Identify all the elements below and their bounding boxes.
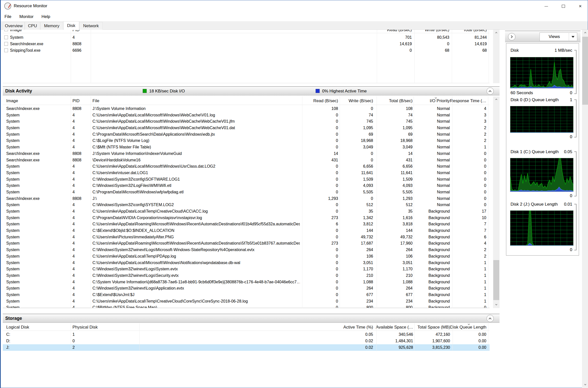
col-pid[interactable]: PID bbox=[72, 98, 79, 103]
row-total: 4,093 bbox=[373, 182, 413, 189]
disk-activity-row[interactable]: System 4 C:\Users\mike\AppData\Local\Mic… bbox=[3, 112, 490, 118]
disk-activity-row[interactable]: System 4 C:\Users\mike\AppData\Roaming\M… bbox=[3, 240, 490, 247]
disk-activity-row[interactable]: SearchIndexer.exe 8808 J:\System Volume … bbox=[3, 105, 490, 112]
col-logical-disk[interactable]: Logical Disk bbox=[6, 325, 29, 330]
collapse-storage-button[interactable] bbox=[487, 315, 494, 322]
disk-activity-row[interactable]: System 4 C:\Windows\System32\winevt\Logs… bbox=[3, 285, 490, 292]
processes-scrollbar[interactable] bbox=[493, 30, 500, 83]
disk-activity-row[interactable]: System 4 C:\ProgramData\Microsoft\Window… bbox=[3, 189, 490, 195]
tab-cpu[interactable]: CPU bbox=[25, 22, 40, 30]
scroll-down-icon[interactable] bbox=[582, 382, 588, 388]
disk-activity-row[interactable]: System 4 C:\Windows\System32\winevt\Logs… bbox=[3, 247, 490, 253]
tab-overview[interactable]: Overview bbox=[3, 22, 25, 30]
views-button[interactable]: Views bbox=[540, 32, 569, 41]
expand-panel-button[interactable] bbox=[508, 33, 516, 40]
select-all-checkbox[interactable] bbox=[4, 30, 8, 31]
disk-activity-row[interactable]: System 4 C:\Users\mike\AppData\Local\Tem… bbox=[3, 253, 490, 260]
graph-disk1-title: Disk 1 (C:) Queue Length bbox=[511, 149, 559, 154]
col-response-time[interactable]: Response Time (… bbox=[450, 98, 486, 103]
disk-activity-row[interactable]: System 4 C:\$Extend\$UsnJrnl:$J 0 677 67… bbox=[3, 292, 490, 298]
window-scrollbar[interactable] bbox=[582, 30, 588, 388]
close-button[interactable]: ✕ bbox=[572, 0, 588, 12]
col-write[interactable]: Write (B/sec) bbox=[338, 98, 373, 103]
process-row[interactable]: SnippingTool.exe 6696 0 68 68 bbox=[3, 47, 490, 54]
row-write: 4,093 bbox=[338, 182, 373, 189]
tab-network[interactable]: Network bbox=[79, 22, 103, 30]
scroll-down-icon[interactable] bbox=[493, 302, 500, 308]
disk-activity-row[interactable]: System 4 C:\Windows\System32\LogFiles\WM… bbox=[3, 182, 490, 189]
col-priority[interactable]: I/O Priority bbox=[413, 98, 450, 103]
disk-activity-row[interactable]: System 4 C:\Windows\System32\config\SOFT… bbox=[3, 176, 490, 183]
col-active-time[interactable]: Active Time (%) bbox=[333, 325, 373, 330]
disk-activity-row[interactable]: System 4 C:\System Volume Information\{d… bbox=[3, 279, 490, 285]
row-read: 273 bbox=[300, 215, 338, 221]
process-checkbox[interactable] bbox=[4, 42, 8, 46]
menu-monitor[interactable]: Monitor bbox=[19, 14, 33, 19]
collapse-disk-activity-button[interactable] bbox=[487, 87, 494, 95]
menu-file[interactable]: File bbox=[4, 14, 11, 19]
disk-activity-row[interactable]: System 4 C:\Windows\System32\config\SYST… bbox=[3, 202, 490, 208]
disk-activity-row[interactable]: System 4 C:\Users\mike\AppData\Roaming\M… bbox=[3, 221, 490, 227]
disk-activity-row[interactable]: System 4 C:\Users\mike\AppData\Local\Tem… bbox=[3, 208, 490, 215]
col-image[interactable]: Image bbox=[6, 98, 18, 103]
disk-activity-row[interactable]: System 4 C:\$LogFile (NTFS Volume Log) 0… bbox=[3, 137, 490, 144]
disk-activity-row[interactable]: System 4 C:\Windows\System32\winevt\Logs… bbox=[3, 272, 490, 279]
scroll-up-icon[interactable] bbox=[582, 30, 588, 36]
col-total[interactable]: Total (B/sec) bbox=[373, 98, 413, 103]
scroll-up-icon[interactable] bbox=[493, 30, 500, 36]
scroll-up-icon[interactable] bbox=[493, 96, 500, 103]
disk-activity-row[interactable]: System 4 C:\Windows\System32\winevt\Logs… bbox=[3, 266, 490, 272]
disk-activity-row[interactable]: SearchIndexer.exe 8808 J:\ 1,293 0 1,293… bbox=[3, 195, 490, 202]
row-image: SearchIndexer.exe bbox=[6, 157, 69, 163]
row-total: 264 bbox=[373, 247, 413, 253]
process-row[interactable]: SearchIndexer.exe 8808 14,619 0 14,619 bbox=[3, 41, 490, 47]
row-file: C:\Users\mike\AppData\Local\Microsoft\Wi… bbox=[92, 163, 300, 170]
col-physical-disk[interactable]: Physical Disk bbox=[72, 325, 98, 330]
disk-activity-scrollbar[interactable] bbox=[493, 96, 500, 308]
maximize-button[interactable] bbox=[555, 0, 572, 12]
disk-activity-row[interactable]: System 4 C:\Users\mike\AppData\Local\Mic… bbox=[3, 260, 490, 266]
row-file: C:\Users\mike\AppData\Local\Microsoft\Wi… bbox=[92, 112, 300, 118]
disk-activity-row[interactable]: System 4 C:\Users\mike\AppData\Local\Tem… bbox=[3, 298, 490, 305]
storage-row[interactable]: D: 0 0.02 1,484,301 1,907,600 0.00 bbox=[3, 338, 490, 344]
row-read: 0 bbox=[300, 260, 338, 266]
row-priority: Normal bbox=[413, 118, 450, 125]
storage-row[interactable]: J: 2 0.02 925,628 3,815,230 0.00 bbox=[3, 344, 490, 351]
row-image: System bbox=[6, 260, 69, 266]
minimize-button[interactable] bbox=[538, 0, 555, 12]
disk-activity-row[interactable]: System 4 C:\Users\mike\AppData\Local\Mic… bbox=[3, 163, 490, 170]
disk-activity-row[interactable]: System 4 C:\ProgramData\Microsoft\Search… bbox=[3, 131, 490, 138]
menu-help[interactable]: Help bbox=[41, 14, 50, 19]
disk-activity-row[interactable]: SearchIndexer.exe 8808 \Device\HarddiskV… bbox=[3, 157, 490, 163]
tab-memory[interactable]: Memory bbox=[40, 22, 63, 30]
process-checkbox[interactable] bbox=[4, 48, 8, 52]
row-total: 106 bbox=[373, 253, 413, 260]
row-read: 0 bbox=[300, 292, 338, 298]
process-checkbox[interactable] bbox=[4, 35, 8, 39]
col-file[interactable]: File bbox=[92, 98, 99, 103]
disk-activity-row[interactable]: System 4 C:\$BitMap (NTFS Free Space Map… bbox=[3, 304, 490, 308]
col-read[interactable]: Read (B/sec) bbox=[353, 30, 412, 33]
disk-activity-row[interactable]: System 4 C:\$Mft (NTFS Master File Table… bbox=[3, 144, 490, 150]
col-total-space[interactable]: Total Space (MB) bbox=[413, 325, 450, 330]
storage-row[interactable]: C: 1 0.05 340,546 472,160 0.00 bbox=[3, 331, 490, 338]
scrollbar-thumb[interactable] bbox=[493, 260, 499, 300]
col-available-space[interactable]: Available Space (… bbox=[373, 325, 413, 330]
disk-activity-row[interactable]: SearchIndexer.exe 8808 J:\System Volume … bbox=[3, 150, 490, 157]
disk-activity-row[interactable]: System 4 C:\ProgramData\NVIDIA Corporati… bbox=[3, 215, 490, 221]
tab-disk[interactable]: Disk bbox=[63, 21, 79, 30]
col-total[interactable]: Total (B/sec) bbox=[452, 30, 487, 33]
disk-activity-row[interactable]: System 4 C:\Users\mike\Pictures\Immediat… bbox=[3, 234, 490, 240]
col-write[interactable]: Write (B/sec) bbox=[414, 30, 449, 33]
disk-activity-row[interactable]: System 4 C:\Users\mike\AppData\Local\Mic… bbox=[3, 125, 490, 131]
disk-activity-row[interactable]: System 4 C:\Users\mike\ntuser.dat.LOG1 0… bbox=[3, 170, 490, 176]
views-dropdown-button[interactable] bbox=[569, 32, 577, 41]
col-read[interactable]: Read (B/sec) bbox=[300, 98, 338, 103]
col-disk-queue-length[interactable]: Disk Queue Length bbox=[450, 325, 486, 330]
disk-activity-row[interactable]: System 4 C:\$Extend\$ObjId:$O:$INDEX_ALL… bbox=[3, 227, 490, 234]
process-row[interactable]: System 4 701 80,543 81,244 bbox=[3, 34, 490, 41]
col-pid[interactable]: PID bbox=[72, 30, 79, 33]
scrollbar-thumb[interactable] bbox=[582, 37, 588, 105]
disk-activity-row[interactable]: System 4 C:\Users\mike\AppData\Local\Mic… bbox=[3, 118, 490, 125]
col-image[interactable]: Image bbox=[10, 30, 22, 33]
